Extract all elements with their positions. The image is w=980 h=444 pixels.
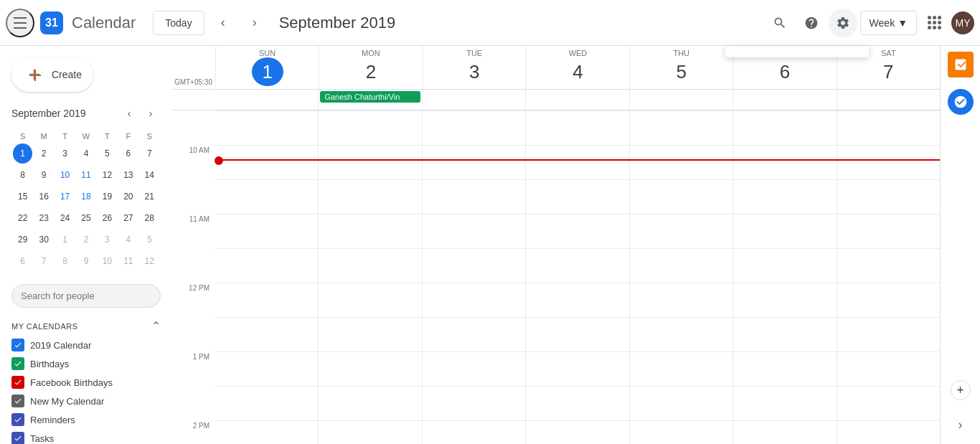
time-cell[interactable] xyxy=(318,318,421,351)
calendar-list-item[interactable]: Tasks xyxy=(11,429,161,444)
time-cell[interactable] xyxy=(215,318,318,351)
time-cell[interactable] xyxy=(732,387,836,420)
time-cell[interactable] xyxy=(318,111,421,145)
calendar-list-item[interactable]: 2019 Calendar xyxy=(11,336,161,354)
mini-cal-date[interactable]: 19 xyxy=(98,186,117,207)
time-cell[interactable] xyxy=(422,318,525,351)
time-cell[interactable] xyxy=(422,387,525,420)
time-cell[interactable] xyxy=(732,146,836,179)
mini-cal-date[interactable]: 28 xyxy=(140,208,159,228)
mini-cal-date[interactable]: 7 xyxy=(34,251,53,271)
mini-cal-date[interactable]: 9 xyxy=(76,251,95,271)
mini-next-button[interactable]: › xyxy=(141,103,161,123)
day-number[interactable]: 4 xyxy=(562,57,593,86)
time-cell[interactable] xyxy=(318,146,421,179)
mini-cal-date[interactable]: 20 xyxy=(118,186,138,207)
calendar-checkbox[interactable] xyxy=(11,339,24,351)
mini-cal-date[interactable]: 26 xyxy=(98,208,117,228)
search-button[interactable] xyxy=(765,9,794,37)
time-cell[interactable] xyxy=(318,421,421,444)
mini-cal-date[interactable]: 6 xyxy=(118,143,138,164)
time-cell[interactable] xyxy=(837,111,940,145)
today-button[interactable]: Today xyxy=(153,11,204,35)
time-cell[interactable] xyxy=(837,318,940,351)
mini-cal-date[interactable]: 23 xyxy=(34,208,53,228)
mini-cal-date[interactable]: 27 xyxy=(118,208,138,228)
mini-cal-date[interactable]: 6 xyxy=(13,251,32,271)
mini-cal-date[interactable]: 10 xyxy=(55,165,75,185)
calendar-list-item[interactable]: Birthdays xyxy=(11,354,161,373)
time-cell[interactable] xyxy=(837,283,940,317)
time-cell[interactable] xyxy=(629,180,732,214)
time-cell[interactable] xyxy=(318,387,421,420)
time-cell[interactable] xyxy=(732,111,836,145)
time-cell[interactable] xyxy=(215,421,318,444)
time-cell[interactable] xyxy=(318,249,421,283)
time-cell[interactable] xyxy=(422,180,525,214)
day-number[interactable]: 5 xyxy=(666,57,697,86)
time-cell[interactable] xyxy=(525,180,628,214)
time-cell[interactable] xyxy=(215,214,318,248)
check-circle-button[interactable] xyxy=(948,89,974,115)
time-cell[interactable] xyxy=(629,249,732,283)
mini-cal-date[interactable]: 14 xyxy=(140,165,159,185)
time-cell[interactable] xyxy=(525,318,628,351)
time-cell[interactable] xyxy=(422,214,525,248)
calendar-checkbox[interactable] xyxy=(11,376,24,389)
mini-cal-date[interactable]: 2 xyxy=(34,143,53,164)
time-cell[interactable] xyxy=(837,249,940,283)
all-day-event[interactable]: Ganesh Chaturthi/Vin xyxy=(320,91,420,103)
calendar-checkbox[interactable] xyxy=(11,357,24,370)
mini-cal-date[interactable]: 15 xyxy=(13,186,32,207)
time-cell[interactable] xyxy=(837,352,940,386)
time-cell[interactable] xyxy=(215,283,318,317)
mini-cal-date[interactable]: 25 xyxy=(76,208,95,228)
time-cell[interactable] xyxy=(525,146,628,179)
time-cell[interactable] xyxy=(422,146,525,179)
time-cell[interactable] xyxy=(525,111,628,145)
mini-cal-date[interactable]: 5 xyxy=(98,143,117,164)
tasks-icon-button[interactable] xyxy=(948,52,974,77)
time-cell[interactable] xyxy=(525,214,628,248)
all-day-cell[interactable] xyxy=(215,90,318,110)
time-cell[interactable] xyxy=(215,249,318,283)
calendar-checkbox[interactable] xyxy=(11,413,24,426)
mini-cal-date[interactable]: 7 xyxy=(140,143,159,164)
time-cell[interactable] xyxy=(422,283,525,317)
all-day-cell[interactable] xyxy=(837,90,940,110)
all-day-cell[interactable] xyxy=(732,90,836,110)
mini-prev-button[interactable]: ‹ xyxy=(119,103,139,123)
time-cell[interactable] xyxy=(629,111,732,145)
time-cell[interactable] xyxy=(422,249,525,283)
mini-cal-date[interactable]: 29 xyxy=(13,230,32,250)
mini-cal-date[interactable]: 13 xyxy=(118,165,138,185)
all-day-cell[interactable] xyxy=(629,90,732,110)
search-people-input[interactable] xyxy=(11,284,161,308)
mini-cal-date[interactable]: 16 xyxy=(34,186,53,207)
calendar-checkbox[interactable] xyxy=(11,395,24,407)
expand-sidebar-button[interactable]: › xyxy=(958,417,963,438)
apps-button[interactable] xyxy=(920,9,948,37)
day-number[interactable]: 7 xyxy=(872,57,904,86)
time-cell[interactable] xyxy=(525,421,628,444)
all-day-cell[interactable] xyxy=(422,90,525,110)
mini-cal-date[interactable]: 17 xyxy=(55,186,75,207)
all-day-cell[interactable]: Ganesh Chaturthi/Vin xyxy=(318,90,421,110)
time-cell[interactable] xyxy=(837,387,940,420)
help-button[interactable] xyxy=(797,9,826,37)
view-selector[interactable]: Week ▼ xyxy=(860,11,917,35)
day-number[interactable]: 2 xyxy=(355,57,387,86)
calendar-list-item[interactable]: New My Calendar xyxy=(11,392,161,410)
time-cell[interactable] xyxy=(318,180,421,214)
add-sidebar-button[interactable]: + xyxy=(951,380,971,406)
time-cell[interactable] xyxy=(318,214,421,248)
mini-cal-date[interactable]: 5 xyxy=(140,230,159,250)
time-cell[interactable] xyxy=(837,180,940,214)
time-cell[interactable] xyxy=(318,352,421,386)
time-cell[interactable] xyxy=(629,283,732,317)
time-cell[interactable] xyxy=(525,387,628,420)
mini-cal-date[interactable]: 30 xyxy=(34,230,53,250)
time-cell[interactable] xyxy=(629,421,732,444)
mini-cal-date[interactable]: 24 xyxy=(55,208,75,228)
time-cell[interactable] xyxy=(629,146,732,179)
